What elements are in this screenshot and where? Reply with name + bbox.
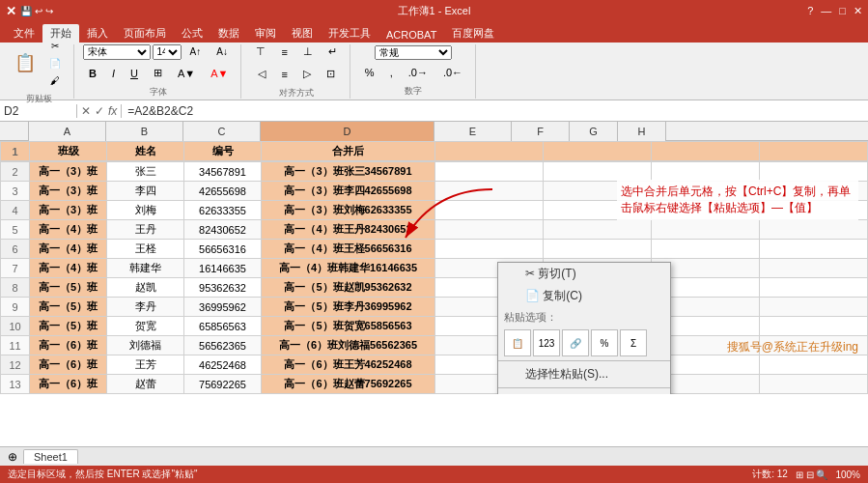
cell-h-10[interactable]: [760, 317, 868, 336]
cell-merged-10[interactable]: 高一（5）班贺宽65856563: [262, 317, 435, 336]
cell-merged-9[interactable]: 高一（5）班李丹36995962: [262, 298, 435, 317]
align-center-btn[interactable]: ≡: [274, 65, 294, 83]
cell-h-8[interactable]: [760, 278, 868, 298]
cell-class-3[interactable]: 高一（3）班: [30, 182, 107, 201]
cell-id-11[interactable]: 56562365: [184, 336, 262, 355]
cell-name-8[interactable]: 赵凯: [107, 278, 184, 298]
col-header-F[interactable]: F: [512, 122, 570, 141]
cell-id-10[interactable]: 65856563: [184, 317, 262, 336]
cell-name-7[interactable]: 韩建华: [107, 259, 184, 278]
align-top-btn[interactable]: ⊤: [249, 43, 272, 61]
cell-id-7[interactable]: 16146635: [184, 259, 262, 278]
cell-class-6[interactable]: 高一（4）班: [30, 240, 107, 259]
col-header-B[interactable]: B: [106, 122, 183, 141]
paste-icon-4[interactable]: %: [591, 329, 618, 356]
increase-font-btn[interactable]: A↑: [183, 43, 209, 60]
paste-icon-1[interactable]: 📋: [504, 329, 531, 356]
insert-function-icon[interactable]: fx: [108, 104, 117, 118]
header-class[interactable]: 班级: [30, 142, 107, 161]
minimize-btn[interactable]: —: [821, 5, 831, 17]
cell-merged-12[interactable]: 高一（6）班王芳46252468: [262, 355, 435, 375]
cell-class-7[interactable]: 高一（4）班: [30, 259, 107, 278]
sheet-tab-1[interactable]: Sheet1: [23, 449, 78, 464]
tab-review[interactable]: 审阅: [247, 24, 284, 43]
cm-cut[interactable]: ✂ 剪切(T): [498, 263, 670, 285]
cell-name-box[interactable]: D2: [0, 104, 77, 118]
align-bottom-btn[interactable]: ⊥: [296, 43, 320, 61]
cell-h-5[interactable]: [760, 220, 868, 240]
header-merged[interactable]: 合并后: [262, 142, 435, 161]
cell-id-13[interactable]: 75692265: [184, 375, 262, 394]
cell-name-4[interactable]: 刘梅: [107, 201, 184, 220]
cell-class-12[interactable]: 高一（6）班: [30, 355, 107, 375]
cell-name-10[interactable]: 贺宽: [107, 317, 184, 336]
tab-data[interactable]: 数据: [210, 24, 247, 43]
cell-name-13[interactable]: 赵蕾: [107, 375, 184, 394]
decrease-decimal-btn[interactable]: .0←: [436, 64, 469, 81]
number-format-select[interactable]: 常规: [375, 45, 452, 60]
cancel-formula-icon[interactable]: ✕: [81, 104, 91, 118]
cm-copy[interactable]: 📄 复制(C): [498, 285, 670, 307]
cell-class-5[interactable]: 高一（4）班: [30, 220, 107, 240]
cell-id-12[interactable]: 46252468: [184, 355, 262, 375]
increase-decimal-btn[interactable]: .0→: [402, 64, 434, 81]
cell-e-2[interactable]: [435, 162, 544, 182]
header-id[interactable]: 编号: [184, 142, 262, 161]
paste-icon-5[interactable]: Σ: [620, 329, 647, 356]
help-btn[interactable]: ?: [807, 5, 813, 17]
cell-f-6[interactable]: [544, 240, 652, 259]
cm-paste-special[interactable]: 选择性粘贴(S)...: [498, 363, 670, 385]
format-painter-button[interactable]: 🖌: [42, 72, 68, 89]
align-left-btn[interactable]: ◁: [251, 65, 272, 83]
tab-baidu[interactable]: 百度网盘: [444, 24, 502, 43]
paste-icon-2[interactable]: 123: [533, 329, 560, 356]
cell-h-13[interactable]: [760, 375, 868, 394]
cell-h-2[interactable]: [760, 162, 868, 182]
align-right-btn[interactable]: ▷: [296, 65, 318, 83]
cell-f-2[interactable]: [544, 162, 652, 182]
merge-center-btn[interactable]: ⊡: [320, 65, 342, 83]
cell-merged-8[interactable]: 高一（5）班赵凯95362632: [262, 278, 435, 298]
wrap-text-btn[interactable]: ↵: [322, 43, 344, 61]
cell-id-9[interactable]: 36995962: [184, 298, 262, 317]
cell-name-6[interactable]: 王柽: [107, 240, 184, 259]
border-button[interactable]: ⊞: [147, 64, 169, 82]
tab-view[interactable]: 视图: [284, 24, 321, 43]
close-btn[interactable]: ✕: [854, 5, 862, 17]
header-name[interactable]: 姓名: [107, 142, 184, 161]
decrease-font-btn[interactable]: A↓: [210, 43, 235, 60]
cell-g-6[interactable]: [652, 240, 760, 259]
cell-h-6[interactable]: [760, 240, 868, 259]
copy-button[interactable]: 📄: [42, 55, 68, 71]
tab-page-layout[interactable]: 页面布局: [116, 24, 174, 43]
add-sheet-btn[interactable]: ⊕: [4, 450, 21, 464]
cell-class-2[interactable]: 高一（3）班: [30, 162, 107, 182]
cm-insert-copy[interactable]: 插入复制的单元格(E)...: [498, 390, 670, 394]
comma-btn[interactable]: ,: [383, 64, 400, 81]
cell-class-13[interactable]: 高一（6）班: [30, 375, 107, 394]
paste-icon-3[interactable]: 🔗: [562, 329, 589, 356]
cell-name-12[interactable]: 王芳: [107, 355, 184, 375]
cell-name-2[interactable]: 张三: [107, 162, 184, 182]
underline-button[interactable]: U: [124, 65, 145, 82]
cell-name-9[interactable]: 李丹: [107, 298, 184, 317]
fill-color-button[interactable]: A▼: [171, 65, 202, 82]
col-header-H[interactable]: H: [618, 122, 666, 141]
font-family-select[interactable]: 宋体: [83, 44, 151, 60]
cell-h-7[interactable]: [760, 259, 868, 278]
italic-button[interactable]: I: [105, 65, 122, 82]
cell-class-11[interactable]: 高一（6）班: [30, 336, 107, 355]
formula-content[interactable]: =A2&B2&C2: [122, 104, 199, 118]
tab-developer[interactable]: 开发工具: [321, 24, 378, 43]
cell-class-8[interactable]: 高一（5）班: [30, 278, 107, 298]
cell-name-11[interactable]: 刘德福: [107, 336, 184, 355]
col-header-A[interactable]: A: [29, 122, 106, 141]
cell-h-12[interactable]: [760, 355, 868, 375]
cell-class-9[interactable]: 高一（5）班: [30, 298, 107, 317]
col-header-E[interactable]: E: [434, 122, 512, 141]
cell-name-3[interactable]: 李四: [107, 182, 184, 201]
col-header-D[interactable]: D: [261, 122, 434, 141]
confirm-formula-icon[interactable]: ✓: [95, 104, 104, 118]
font-color-button[interactable]: A▼: [204, 65, 235, 82]
col-header-G[interactable]: G: [570, 122, 618, 141]
